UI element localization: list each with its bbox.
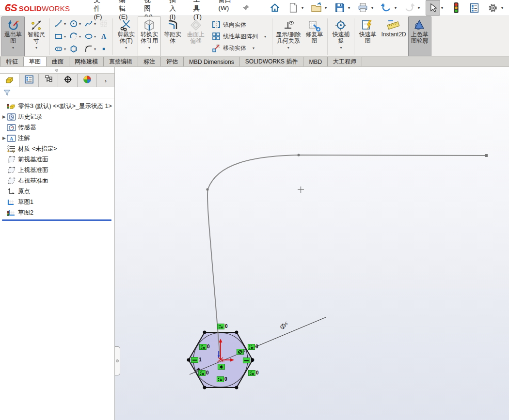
- tree-item-annotations[interactable]: ▶A注解: [0, 133, 114, 143]
- save-button-dropdown[interactable]: ▾: [348, 6, 350, 10]
- undo-button[interactable]: [379, 0, 394, 16]
- tab-直接编辑[interactable]: 直接编辑: [104, 57, 138, 66]
- instant2d-button[interactable]: Instant2D: [379, 16, 408, 56]
- trim-entities-button-dropdown[interactable]: ▾: [125, 46, 127, 50]
- line-tool[interactable]: ▾: [52, 17, 67, 30]
- move-entities-button[interactable]: 移动实体▾: [210, 43, 268, 53]
- dimension-label[interactable]: Φ6: [279, 320, 289, 331]
- relation-badge-right[interactable]: 1: [243, 358, 254, 363]
- propertymanager-tab[interactable]: [19, 74, 39, 87]
- shaded-sketch-contours-button[interactable]: 上色草图轮廓: [408, 16, 431, 56]
- featuremanager-tab[interactable]: [0, 74, 19, 87]
- print-button-dropdown[interactable]: ▾: [371, 6, 373, 10]
- task-pane-button[interactable]: [467, 0, 482, 16]
- new-document-button[interactable]: [286, 0, 301, 16]
- point-tool[interactable]: [97, 43, 110, 55]
- smart-dimension-button[interactable]: 智能尺寸▾: [25, 16, 48, 56]
- arc-tool[interactable]: ▾: [67, 30, 82, 43]
- relation-badge-upper-right[interactable]: 0: [248, 344, 258, 350]
- tree-item-sensors[interactable]: 传感器: [0, 122, 114, 133]
- tab-曲面[interactable]: 曲面: [47, 57, 69, 66]
- repair-sketch-button[interactable]: 修复草图: [302, 16, 326, 56]
- panel-expand-arrow[interactable]: ›: [97, 74, 114, 87]
- tab-草图[interactable]: 草图: [24, 57, 47, 66]
- spline-tool-dropdown[interactable]: ▾: [94, 22, 96, 26]
- print-button[interactable]: [356, 0, 370, 16]
- circle-tool-dropdown[interactable]: ▾: [79, 22, 81, 26]
- linear-sketch-pattern-button[interactable]: 线性草图阵列▾: [210, 31, 268, 41]
- tab-特征[interactable]: 特征: [0, 57, 24, 66]
- relation-badge-upper-left[interactable]: 0: [199, 344, 210, 350]
- sketch-text-tool[interactable]: A: [97, 30, 110, 43]
- tree-item-right-plane[interactable]: 右视基准面: [0, 175, 114, 186]
- open-button[interactable]: [309, 0, 324, 16]
- exit-sketch-button-dropdown[interactable]: ▾: [12, 46, 14, 50]
- home-button[interactable]: [268, 0, 282, 16]
- sketch-fillet-tool-dropdown[interactable]: ▾: [94, 47, 96, 51]
- tree-item-part-root[interactable]: 零件3 (默认) <<默认>_显示状态 1>: [0, 101, 114, 111]
- tab-MBD Dimensions[interactable]: MBD Dimensions: [184, 57, 240, 66]
- rectangle-tool-dropdown[interactable]: ▾: [64, 34, 66, 39]
- polygon-tool[interactable]: [67, 43, 82, 55]
- interference-check-button[interactable]: [449, 0, 463, 16]
- tree-item-history[interactable]: ▶历史记录: [0, 111, 114, 122]
- exit-sketch-button[interactable]: 退出草图▾: [1, 16, 25, 56]
- relation-badge-lower-left[interactable]: 0: [198, 370, 209, 376]
- linear-sketch-pattern-button-dropdown[interactable]: ▾: [264, 34, 266, 39]
- tree-filter-row[interactable]: [0, 87, 114, 98]
- rectangle-tool[interactable]: ▾: [52, 30, 67, 43]
- relation-badge-center[interactable]: [218, 364, 225, 370]
- dimxpertmanager-tab[interactable]: [58, 74, 78, 87]
- quick-snaps-button[interactable]: 快速捕捉▾: [329, 16, 352, 56]
- expand-arrow[interactable]: ▶: [1, 114, 7, 119]
- move-entities-button-dropdown[interactable]: ▾: [253, 46, 254, 50]
- spline-point-2[interactable]: [206, 188, 208, 190]
- tree-item-top-plane[interactable]: 上视基准面: [0, 165, 114, 175]
- relation-badge-diagonal[interactable]: [237, 349, 244, 355]
- tab-大工程师[interactable]: 大工程师: [328, 57, 362, 66]
- rollback-bar[interactable]: [2, 219, 111, 221]
- line-tool-dropdown[interactable]: ▾: [64, 22, 66, 26]
- slot-tool-dropdown[interactable]: ▾: [64, 47, 66, 51]
- relation-badge-top[interactable]: 0: [217, 324, 228, 329]
- graphics-viewport[interactable]: Φ6: [115, 67, 509, 420]
- tab-网格建模[interactable]: 网格建模: [69, 57, 104, 66]
- expand-arrow[interactable]: ▶: [1, 136, 7, 140]
- tree-item-origin[interactable]: 原点: [0, 186, 114, 197]
- spline-endpoint[interactable]: [485, 154, 488, 157]
- panel-splitter[interactable]: [0, 67, 114, 74]
- slot-tool[interactable]: ▾: [52, 43, 67, 55]
- open-button-dropdown[interactable]: ▾: [325, 6, 327, 10]
- ellipse-tool[interactable]: ▾: [82, 30, 97, 43]
- quick-snaps-button-dropdown[interactable]: ▾: [340, 46, 342, 50]
- select-tool-button[interactable]: [426, 0, 440, 16]
- options-button-dropdown[interactable]: ▾: [501, 6, 503, 10]
- displaymanager-tab[interactable]: [78, 74, 97, 87]
- tree-item-front-plane[interactable]: 前视基准面: [0, 154, 114, 165]
- tab-标注[interactable]: 标注: [138, 57, 161, 66]
- tree-item-material[interactable]: 材质 <未指定>: [0, 143, 114, 154]
- spline-tool[interactable]: ▾: [82, 17, 97, 30]
- trim-entities-button[interactable]: 剪裁实体(T)▾: [114, 16, 138, 56]
- select-tool-button-dropdown[interactable]: ▾: [441, 6, 443, 10]
- rapid-sketch-button[interactable]: 快速草图: [356, 16, 379, 56]
- pin-menu-icon[interactable]: [242, 4, 250, 12]
- convert-entities-button-dropdown[interactable]: ▾: [148, 46, 150, 50]
- tab-MBD[interactable]: MBD: [303, 57, 328, 66]
- redo-button-dropdown[interactable]: ▾: [418, 6, 420, 10]
- ellipse-tool-dropdown[interactable]: ▾: [94, 34, 96, 39]
- sketch-fillet-tool[interactable]: ▾: [82, 43, 97, 55]
- save-button[interactable]: [333, 0, 347, 16]
- options-button[interactable]: [486, 0, 500, 16]
- relation-badge-lower-right[interactable]: 0: [248, 370, 259, 376]
- splitter-grip[interactable]: [55, 69, 58, 72]
- spline-point-1[interactable]: [297, 154, 300, 156]
- tab-评估[interactable]: 评估: [161, 57, 184, 66]
- relation-badge-left[interactable]: 1: [191, 357, 202, 363]
- display-delete-relations-button-dropdown[interactable]: ▾: [287, 46, 289, 50]
- tree-item-sketch2[interactable]: 草图2: [0, 207, 114, 218]
- smart-dimension-button-dropdown[interactable]: ▾: [35, 46, 37, 50]
- new-document-button-dropdown[interactable]: ▾: [302, 6, 303, 10]
- relation-badge-bottom[interactable]: 0: [217, 376, 227, 382]
- spline-path[interactable]: [206, 154, 488, 358]
